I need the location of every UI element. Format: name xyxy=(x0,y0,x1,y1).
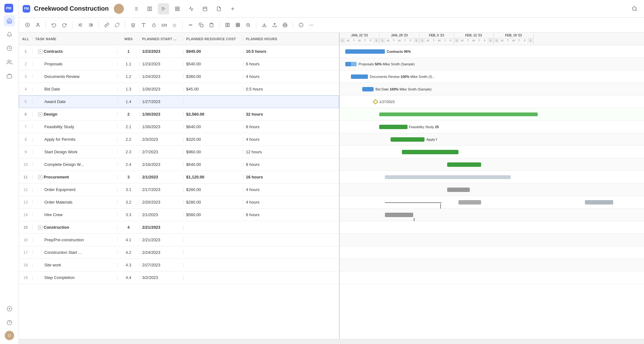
table-row[interactable]: 18 Site work 4.3 2/27/2023 xyxy=(19,259,339,271)
gantt-bar xyxy=(385,175,511,179)
sidebar: PM U xyxy=(0,0,19,344)
link-btn[interactable] xyxy=(102,20,112,30)
svg-line-30 xyxy=(636,10,636,11)
unlink-btn[interactable] xyxy=(112,20,122,30)
project-avatar xyxy=(114,4,124,14)
sidebar-item-home[interactable] xyxy=(4,15,15,26)
sidebar-item-projects[interactable] xyxy=(4,70,15,82)
sidebar-item-history[interactable] xyxy=(4,43,15,54)
connector-line xyxy=(385,202,441,203)
view-grid-btn[interactable] xyxy=(172,3,183,14)
table-row[interactable]: 5 Award Date 1.4 1/27/2023 xyxy=(19,96,339,108)
gantt-bar-label: Documents Review 100% Mike Smith (S... xyxy=(370,75,435,79)
gantt-row-19 xyxy=(340,271,644,284)
export-up-btn[interactable] xyxy=(269,20,280,30)
week-feb5: FEB, 5 '23 S M T W T F xyxy=(419,33,454,45)
table-row[interactable]: 1 − Contracts 1 1/23/2023 $945.00 10.5 h… xyxy=(19,45,339,58)
view-chart-btn[interactable] xyxy=(186,3,197,14)
sidebar-item-notifications[interactable] xyxy=(4,29,15,40)
gantt-row-3: Documents Review 100% Mike Smith (S... xyxy=(340,70,644,83)
project-title: Creekwood Construction xyxy=(34,5,109,12)
view-calendar-btn[interactable] xyxy=(199,3,211,14)
columns-view-btn[interactable] xyxy=(222,20,232,30)
table-row[interactable]: 12 Order Equipment 3.1 2/17/2023 $280.00… xyxy=(19,183,339,196)
toolbar-sep-3 xyxy=(98,21,99,29)
view-document-btn[interactable] xyxy=(213,3,225,14)
table-row[interactable]: 10 Complete Design W... 2.4 2/16/2023 $6… xyxy=(19,158,339,171)
svg-rect-62 xyxy=(284,25,286,27)
table-row[interactable]: 8 Apply for Permits 2.2 2/3/2023 $320.00… xyxy=(19,133,339,146)
collapse-btn[interactable]: − xyxy=(38,175,42,179)
col-header-all[interactable]: ALL xyxy=(19,37,33,41)
gantt-bar xyxy=(345,49,385,54)
copy-btn[interactable] xyxy=(196,20,206,30)
toolbar-group-export xyxy=(259,20,290,30)
connector xyxy=(414,218,414,221)
table-row[interactable]: 13 Order Materials 3.2 2/20/2023 $280.00… xyxy=(19,196,339,209)
gantt-row-6 xyxy=(340,108,644,121)
user-avatar[interactable]: U xyxy=(5,331,14,340)
view-list-btn[interactable] xyxy=(130,3,142,14)
view-gantt-btn[interactable] xyxy=(158,3,169,14)
color-btn[interactable] xyxy=(149,20,159,30)
view-columns-btn[interactable] xyxy=(144,3,155,14)
table-row[interactable]: 19 Step Completion 4.4 3/2/2023 xyxy=(19,271,339,284)
table-row[interactable]: 17 Construction Start ... 4.2 2/24/2023 xyxy=(19,246,339,259)
table-row[interactable]: 6 − Design 2 1/30/2023 $2,560.00 32 hour… xyxy=(19,108,339,121)
indent-btn[interactable] xyxy=(86,20,96,30)
table-row[interactable]: 7 Feasibility Study 2.1 1/30/2023 $640.0… xyxy=(19,121,339,133)
gantt-row-8: Apply f xyxy=(340,133,644,146)
svg-rect-14 xyxy=(148,7,149,11)
zoom-btn[interactable] xyxy=(243,20,253,30)
add-view-btn[interactable] xyxy=(227,3,238,14)
table-row[interactable]: 11 − Procurement 3 2/1/2023 $1,120.00 16… xyxy=(19,171,339,183)
gantt-row-11 xyxy=(340,171,644,183)
sidebar-item-help[interactable] xyxy=(4,317,15,328)
outdent-btn[interactable] xyxy=(75,20,85,30)
col-header-cost: PLANNED RESOURCE COST xyxy=(184,37,243,41)
milestone-label: 1/27/2023 xyxy=(379,100,395,104)
print-btn[interactable] xyxy=(280,20,290,30)
cut-btn[interactable]: ✂ xyxy=(186,20,196,30)
collapse-btn[interactable]: − xyxy=(38,49,42,54)
connector-line-v xyxy=(440,204,441,209)
table-row[interactable]: 3 Documents Review 1.2 1/24/2023 $360.00… xyxy=(19,70,339,83)
redo-btn[interactable] xyxy=(59,20,69,30)
col-header-start: PLANNED START ... xyxy=(140,37,184,41)
gantt-bar xyxy=(379,125,408,129)
info-btn[interactable] xyxy=(296,20,306,30)
table-row[interactable]: 14 Hire Crew 3.3 2/1/2023 $560.00 8 hour… xyxy=(19,209,339,221)
table-row[interactable]: 16 Prep/Pre-construction 4.1 2/21/2023 xyxy=(19,234,339,246)
diamond-btn[interactable]: ◇ xyxy=(169,20,180,30)
sidebar-item-add[interactable] xyxy=(4,303,15,314)
table-btn[interactable] xyxy=(233,20,243,30)
table-row[interactable]: 2 Proposals 1.1 1/23/2023 $540.00 6 hour… xyxy=(19,58,339,70)
add-task-btn[interactable] xyxy=(22,20,32,30)
gantt-bar-label: Apply f xyxy=(426,138,437,141)
number-btn[interactable]: 123 xyxy=(159,20,169,30)
collapse-btn[interactable]: − xyxy=(38,112,42,117)
search-btn[interactable] xyxy=(629,3,640,14)
toolbar-group-view xyxy=(222,20,253,30)
gantt-row-15 xyxy=(340,221,644,234)
bottom-scrollbar[interactable] xyxy=(19,339,644,344)
col-header-hours: PLANNED HOURS xyxy=(243,37,294,41)
more-btn[interactable]: ··· xyxy=(306,20,316,30)
delete-btn[interactable] xyxy=(128,20,138,30)
toolbar-sep-1 xyxy=(46,21,46,29)
gantt-bar-label: Bid Date 100% Mike Smith (Sample) xyxy=(375,87,432,91)
undo-btn[interactable] xyxy=(49,20,59,30)
table-row[interactable]: 9 Start Design Work 2.3 2/7/2023 $960.00… xyxy=(19,146,339,158)
paste-btn[interactable] xyxy=(206,20,216,30)
sidebar-item-people[interactable] xyxy=(4,57,15,68)
toolbar-sep-6 xyxy=(219,21,219,29)
export-down-btn[interactable] xyxy=(259,20,269,30)
text-btn[interactable] xyxy=(138,20,148,30)
collapse-btn[interactable]: − xyxy=(38,225,42,230)
table-row[interactable]: 4 Bid Date 1.3 1/26/2023 $45.00 0.5 hour… xyxy=(19,83,339,96)
gantt-table: ALL TASK NAME WBS PLANNED START ... PLAN… xyxy=(19,33,340,339)
gantt-bar-label: Proposals 50% Mike Smith (Sample) xyxy=(358,62,415,66)
gantt-row-12 xyxy=(340,183,644,196)
add-user-btn[interactable] xyxy=(33,20,43,30)
table-row[interactable]: 15 − Construction 4 2/21/2023 xyxy=(19,221,339,234)
